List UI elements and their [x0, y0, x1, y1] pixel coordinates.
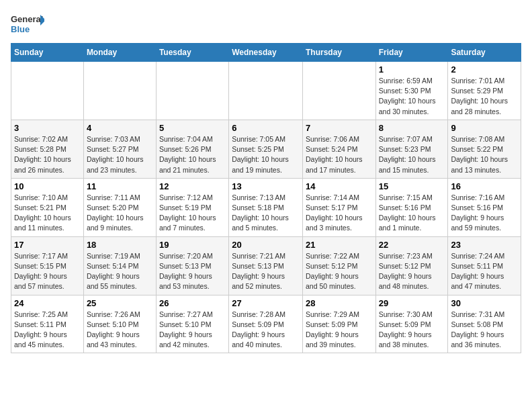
logo-svg: General Blue [11, 11, 44, 38]
calendar-cell: 21Sunrise: 7:22 AM Sunset: 5:12 PM Dayli… [302, 236, 375, 295]
day-info: Sunrise: 7:30 AM Sunset: 5:09 PM Dayligh… [379, 310, 445, 351]
day-number: 13 [232, 181, 300, 191]
day-number: 11 [87, 181, 153, 191]
calendar-cell: 22Sunrise: 7:23 AM Sunset: 5:12 PM Dayli… [375, 236, 448, 295]
day-number: 23 [451, 240, 518, 250]
day-number: 19 [159, 240, 226, 250]
page-header: General Blue [11, 11, 521, 38]
day-info: Sunrise: 7:15 AM Sunset: 5:16 PM Dayligh… [379, 193, 445, 234]
day-info: Sunrise: 7:06 AM Sunset: 5:24 PM Dayligh… [306, 134, 373, 175]
day-number: 27 [232, 298, 300, 308]
calendar-cell: 18Sunrise: 7:19 AM Sunset: 5:14 PM Dayli… [83, 236, 156, 295]
weekday-header-monday: Monday [83, 44, 156, 62]
calendar-cell: 11Sunrise: 7:11 AM Sunset: 5:20 PM Dayli… [83, 178, 156, 236]
calendar-cell [83, 62, 156, 120]
day-info: Sunrise: 7:05 AM Sunset: 5:25 PM Dayligh… [232, 134, 300, 175]
day-info: Sunrise: 7:11 AM Sunset: 5:20 PM Dayligh… [87, 193, 153, 234]
day-number: 8 [379, 123, 445, 133]
calendar-cell: 8Sunrise: 7:07 AM Sunset: 5:23 PM Daylig… [375, 120, 448, 178]
calendar-cell: 2Sunrise: 7:01 AM Sunset: 5:29 PM Daylig… [448, 62, 521, 120]
calendar-cell: 14Sunrise: 7:14 AM Sunset: 5:17 PM Dayli… [302, 178, 375, 236]
day-number: 22 [379, 240, 445, 250]
day-number: 14 [306, 181, 373, 191]
calendar-cell [229, 62, 303, 120]
calendar-cell: 24Sunrise: 7:25 AM Sunset: 5:11 PM Dayli… [11, 295, 84, 353]
day-info: Sunrise: 7:29 AM Sunset: 5:09 PM Dayligh… [306, 310, 373, 351]
svg-text:General: General [11, 14, 43, 24]
day-number: 15 [379, 181, 445, 191]
calendar-cell: 23Sunrise: 7:24 AM Sunset: 5:11 PM Dayli… [448, 236, 521, 295]
calendar-cell: 16Sunrise: 7:16 AM Sunset: 5:16 PM Dayli… [448, 178, 521, 236]
day-number: 6 [232, 123, 300, 133]
weekday-header-row: SundayMondayTuesdayWednesdayThursdayFrid… [11, 44, 521, 62]
svg-text:Blue: Blue [11, 24, 30, 34]
weekday-header-wednesday: Wednesday [229, 44, 303, 62]
day-number: 18 [87, 240, 153, 250]
weekday-header-friday: Friday [375, 44, 448, 62]
day-number: 25 [87, 298, 153, 308]
calendar-cell: 20Sunrise: 7:21 AM Sunset: 5:13 PM Dayli… [229, 236, 303, 295]
calendar-cell: 27Sunrise: 7:28 AM Sunset: 5:09 PM Dayli… [229, 295, 303, 353]
day-info: Sunrise: 7:08 AM Sunset: 5:22 PM Dayligh… [451, 134, 518, 175]
calendar-cell: 10Sunrise: 7:10 AM Sunset: 5:21 PM Dayli… [11, 178, 84, 236]
logo: General Blue [11, 11, 44, 38]
calendar-cell: 19Sunrise: 7:20 AM Sunset: 5:13 PM Dayli… [156, 236, 228, 295]
weekday-header-saturday: Saturday [448, 44, 521, 62]
day-number: 5 [159, 123, 226, 133]
calendar-week-4: 17Sunrise: 7:17 AM Sunset: 5:15 PM Dayli… [11, 236, 521, 295]
calendar-cell: 13Sunrise: 7:13 AM Sunset: 5:18 PM Dayli… [229, 178, 303, 236]
calendar-cell: 25Sunrise: 7:26 AM Sunset: 5:10 PM Dayli… [83, 295, 156, 353]
day-number: 28 [306, 298, 373, 308]
calendar-table: SundayMondayTuesdayWednesdayThursdayFrid… [11, 43, 521, 353]
day-number: 4 [87, 123, 153, 133]
calendar-week-5: 24Sunrise: 7:25 AM Sunset: 5:11 PM Dayli… [11, 295, 521, 353]
day-info: Sunrise: 7:16 AM Sunset: 5:16 PM Dayligh… [451, 193, 518, 234]
day-number: 24 [14, 298, 81, 308]
day-info: Sunrise: 7:07 AM Sunset: 5:23 PM Dayligh… [379, 134, 445, 175]
calendar-cell: 28Sunrise: 7:29 AM Sunset: 5:09 PM Dayli… [302, 295, 375, 353]
day-number: 30 [451, 298, 518, 308]
day-info: Sunrise: 7:23 AM Sunset: 5:12 PM Dayligh… [379, 251, 445, 292]
calendar-cell: 5Sunrise: 7:04 AM Sunset: 5:26 PM Daylig… [156, 120, 228, 178]
day-number: 29 [379, 298, 445, 308]
day-info: Sunrise: 7:10 AM Sunset: 5:21 PM Dayligh… [14, 193, 81, 234]
day-number: 9 [451, 123, 518, 133]
day-number: 7 [306, 123, 373, 133]
day-info: Sunrise: 7:27 AM Sunset: 5:10 PM Dayligh… [159, 310, 226, 351]
day-number: 26 [159, 298, 226, 308]
day-info: Sunrise: 7:03 AM Sunset: 5:27 PM Dayligh… [87, 134, 153, 175]
day-info: Sunrise: 7:17 AM Sunset: 5:15 PM Dayligh… [14, 251, 81, 292]
calendar-cell: 30Sunrise: 7:31 AM Sunset: 5:08 PM Dayli… [448, 295, 521, 353]
calendar-cell: 1Sunrise: 6:59 AM Sunset: 5:30 PM Daylig… [375, 62, 448, 120]
day-info: Sunrise: 6:59 AM Sunset: 5:30 PM Dayligh… [379, 76, 445, 117]
day-number: 2 [451, 64, 518, 75]
calendar-cell: 12Sunrise: 7:12 AM Sunset: 5:19 PM Dayli… [156, 178, 228, 236]
day-info: Sunrise: 7:31 AM Sunset: 5:08 PM Dayligh… [451, 310, 518, 351]
calendar-week-1: 1Sunrise: 6:59 AM Sunset: 5:30 PM Daylig… [11, 62, 521, 120]
day-info: Sunrise: 7:13 AM Sunset: 5:18 PM Dayligh… [232, 193, 300, 234]
day-info: Sunrise: 7:21 AM Sunset: 5:13 PM Dayligh… [232, 251, 300, 292]
day-number: 16 [451, 181, 518, 191]
day-info: Sunrise: 7:19 AM Sunset: 5:14 PM Dayligh… [87, 251, 153, 292]
day-info: Sunrise: 7:22 AM Sunset: 5:12 PM Dayligh… [306, 251, 373, 292]
calendar-cell: 9Sunrise: 7:08 AM Sunset: 5:22 PM Daylig… [448, 120, 521, 178]
calendar-cell: 17Sunrise: 7:17 AM Sunset: 5:15 PM Dayli… [11, 236, 84, 295]
calendar-cell [302, 62, 375, 120]
day-info: Sunrise: 7:04 AM Sunset: 5:26 PM Dayligh… [159, 134, 226, 175]
day-info: Sunrise: 7:25 AM Sunset: 5:11 PM Dayligh… [14, 310, 81, 351]
day-info: Sunrise: 7:12 AM Sunset: 5:19 PM Dayligh… [159, 193, 226, 234]
day-number: 1 [379, 64, 445, 75]
day-info: Sunrise: 7:24 AM Sunset: 5:11 PM Dayligh… [451, 251, 518, 292]
calendar-cell: 26Sunrise: 7:27 AM Sunset: 5:10 PM Dayli… [156, 295, 228, 353]
day-info: Sunrise: 7:26 AM Sunset: 5:10 PM Dayligh… [87, 310, 153, 351]
day-number: 3 [14, 123, 81, 133]
day-number: 17 [14, 240, 81, 250]
calendar-cell: 6Sunrise: 7:05 AM Sunset: 5:25 PM Daylig… [229, 120, 303, 178]
day-info: Sunrise: 7:20 AM Sunset: 5:13 PM Dayligh… [159, 251, 226, 292]
calendar-cell: 4Sunrise: 7:03 AM Sunset: 5:27 PM Daylig… [83, 120, 156, 178]
calendar-cell: 15Sunrise: 7:15 AM Sunset: 5:16 PM Dayli… [375, 178, 448, 236]
calendar-week-2: 3Sunrise: 7:02 AM Sunset: 5:28 PM Daylig… [11, 120, 521, 178]
day-info: Sunrise: 7:14 AM Sunset: 5:17 PM Dayligh… [306, 193, 373, 234]
day-info: Sunrise: 7:28 AM Sunset: 5:09 PM Dayligh… [232, 310, 300, 351]
day-info: Sunrise: 7:01 AM Sunset: 5:29 PM Dayligh… [451, 76, 518, 117]
